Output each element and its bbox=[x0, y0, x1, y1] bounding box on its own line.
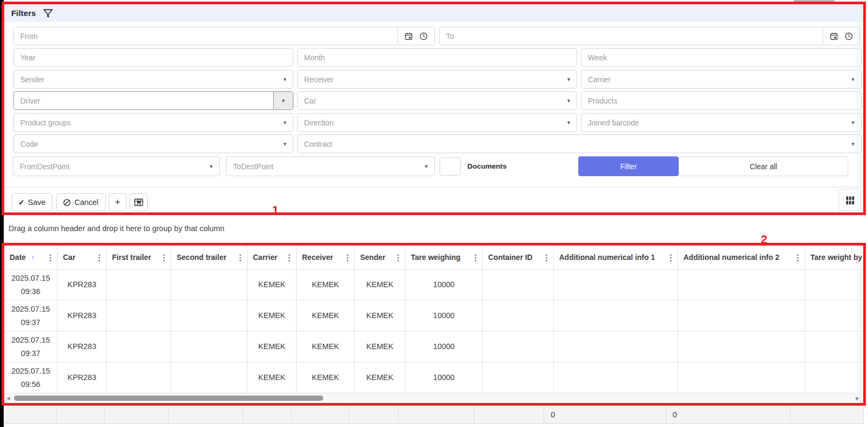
table-cell: 10000 bbox=[405, 301, 483, 331]
column-header-label: Car bbox=[63, 253, 75, 262]
table-cell bbox=[805, 270, 864, 300]
table-row[interactable]: 2025.07.15 09:37KPR283KEMEKKEMEKKEMEK100… bbox=[4, 331, 864, 362]
dropdown-button[interactable]: ▼ bbox=[203, 157, 219, 176]
column-header-car[interactable]: Car⋮ bbox=[58, 246, 107, 269]
dropdown-button[interactable]: ▼ bbox=[561, 92, 577, 109]
column-header-additional-numerical-info-1[interactable]: Additional numerical info 1⋮ bbox=[554, 246, 678, 269]
calendar-icon[interactable] bbox=[401, 27, 416, 45]
direction-placeholder: Direction bbox=[298, 118, 561, 127]
contract-dropdown[interactable]: Contract ▼ bbox=[297, 135, 862, 153]
month-field[interactable] bbox=[297, 48, 577, 67]
table-cell: KEMEK bbox=[248, 270, 297, 300]
column-menu-icon[interactable]: ⋮ bbox=[472, 254, 480, 262]
from-date-input[interactable] bbox=[14, 27, 397, 45]
carrier-dropdown[interactable]: Carrier ▼ bbox=[581, 70, 862, 89]
column-menu-icon[interactable]: ⋮ bbox=[160, 254, 168, 262]
column-header-date[interactable]: Date↑⋮ bbox=[4, 246, 58, 269]
documents-checkbox[interactable] bbox=[440, 157, 461, 176]
to-date-input[interactable] bbox=[440, 27, 823, 45]
column-menu-icon[interactable]: ⋮ bbox=[794, 254, 802, 262]
column-header-container-id[interactable]: Container ID⋮ bbox=[483, 246, 554, 269]
scrollbar-thumb[interactable] bbox=[14, 396, 323, 401]
export-table-button[interactable] bbox=[130, 193, 148, 211]
chevron-down-icon: ▼ bbox=[424, 164, 429, 169]
column-header-additional-numerical-info-2[interactable]: Additional numerical info 2⋮ bbox=[678, 246, 805, 269]
column-menu-icon[interactable]: ⋮ bbox=[344, 254, 352, 262]
column-header-second-trailer[interactable]: Second trailer⋮ bbox=[171, 246, 248, 269]
cancel-button[interactable]: Cancel bbox=[56, 193, 106, 211]
dropdown-button[interactable]: ▼ bbox=[845, 70, 861, 88]
column-menu-icon[interactable]: ⋮ bbox=[95, 254, 103, 262]
scroll-right-icon[interactable]: ▶ bbox=[856, 393, 859, 403]
column-menu-icon[interactable]: ⋮ bbox=[46, 254, 54, 262]
column-header-receiver[interactable]: Receiver⋮ bbox=[297, 246, 355, 269]
filter-button[interactable]: Filter bbox=[578, 156, 679, 176]
to-datetime-field[interactable] bbox=[439, 27, 860, 45]
column-header-first-trailer[interactable]: First trailer⋮ bbox=[107, 246, 171, 269]
chevron-down-icon: ▼ bbox=[209, 164, 214, 169]
driver-placeholder: Driver bbox=[14, 97, 273, 105]
column-header-tare-weighing[interactable]: Tare weighing⋮ bbox=[405, 246, 483, 269]
driver-dropdown[interactable]: Driver ▼ bbox=[13, 91, 293, 110]
from-dest-point-dropdown[interactable]: FromDestPoint ▼ bbox=[13, 156, 220, 176]
joined-barcode-dropdown[interactable]: Joined barcode ▼ bbox=[581, 113, 862, 132]
dropdown-button[interactable]: ▼ bbox=[845, 114, 861, 131]
footer-cell bbox=[57, 406, 105, 423]
table-cell: KEMEK bbox=[248, 331, 297, 362]
save-button[interactable]: ✓ Save bbox=[12, 193, 52, 211]
column-menu-icon[interactable]: ⋮ bbox=[667, 254, 675, 262]
column-menu-icon[interactable]: ⋮ bbox=[236, 254, 244, 262]
direction-dropdown[interactable]: Direction ▼ bbox=[297, 113, 577, 132]
table-cell bbox=[678, 362, 805, 393]
column-menu-icon[interactable]: ⋮ bbox=[285, 254, 293, 262]
year-input[interactable] bbox=[14, 49, 293, 66]
column-header-sender[interactable]: Sender⋮ bbox=[355, 246, 405, 269]
to-dest-point-dropdown[interactable]: ToDestPoint ▼ bbox=[226, 156, 435, 176]
column-header-tare-weight-by[interactable]: Tare weight by⋮ bbox=[805, 246, 864, 269]
sender-dropdown[interactable]: Sender ▼ bbox=[13, 70, 293, 89]
dropdown-button[interactable]: ▼ bbox=[277, 70, 293, 88]
dropdown-button[interactable]: ▼ bbox=[273, 92, 293, 109]
column-header-carrier[interactable]: Carrier⋮ bbox=[248, 246, 297, 269]
month-input[interactable] bbox=[298, 49, 577, 66]
dropdown-button[interactable]: ▼ bbox=[277, 114, 293, 131]
products-input[interactable] bbox=[582, 92, 861, 109]
clock-icon[interactable] bbox=[416, 27, 431, 45]
columns-grid-icon bbox=[846, 196, 855, 205]
footer-cell bbox=[4, 406, 57, 423]
dropdown-button[interactable]: ▼ bbox=[418, 157, 434, 176]
dropdown-button[interactable]: ▼ bbox=[277, 135, 293, 153]
week-input[interactable] bbox=[582, 49, 861, 66]
from-datetime-field[interactable] bbox=[13, 27, 435, 45]
from-dest-point-placeholder: FromDestPoint bbox=[13, 162, 203, 171]
clear-all-button[interactable]: Clear all bbox=[679, 156, 848, 176]
table-row[interactable]: 2025.07.15 09:56KPR283KEMEKKEMEKKEMEK100… bbox=[4, 362, 864, 393]
dropdown-button[interactable]: ▼ bbox=[561, 114, 577, 131]
table-cell: KEMEK bbox=[355, 362, 405, 393]
product-groups-placeholder: Product groups bbox=[14, 118, 277, 127]
receiver-dropdown[interactable]: Receiver ▼ bbox=[297, 70, 577, 89]
code-dropdown[interactable]: Code ▼ bbox=[13, 135, 293, 153]
calendar-icon[interactable] bbox=[826, 27, 841, 45]
add-button[interactable]: + bbox=[109, 193, 126, 211]
table-row[interactable]: 2025.07.15 09:37KPR283KEMEKKEMEKKEMEK100… bbox=[4, 301, 864, 331]
table-row[interactable]: 2025.07.15 09:36KPR283KEMEKKEMEKKEMEK100… bbox=[4, 270, 864, 301]
table-cell: KEMEK bbox=[355, 270, 405, 300]
dropdown-button[interactable]: ▼ bbox=[845, 135, 861, 153]
column-menu-icon[interactable]: ⋮ bbox=[394, 254, 402, 262]
footer-cell bbox=[243, 406, 291, 423]
week-field[interactable] bbox=[581, 48, 862, 67]
product-groups-dropdown[interactable]: Product groups ▼ bbox=[13, 113, 293, 132]
dropdown-button[interactable]: ▼ bbox=[561, 70, 577, 88]
horizontal-scrollbar[interactable]: ◀ ▶ bbox=[4, 393, 864, 403]
table-cell: 10000 bbox=[405, 331, 483, 362]
scroll-left-icon[interactable]: ◀ bbox=[6, 393, 10, 403]
products-field[interactable] bbox=[581, 91, 862, 110]
column-chooser-button[interactable] bbox=[839, 189, 861, 211]
car-dropdown[interactable]: Car ▼ bbox=[297, 91, 577, 110]
clock-icon[interactable] bbox=[841, 27, 856, 45]
year-field[interactable] bbox=[13, 48, 293, 67]
column-menu-icon[interactable]: ⋮ bbox=[543, 254, 551, 262]
footer-cell bbox=[791, 406, 864, 423]
carrier-placeholder: Carrier bbox=[582, 75, 845, 84]
